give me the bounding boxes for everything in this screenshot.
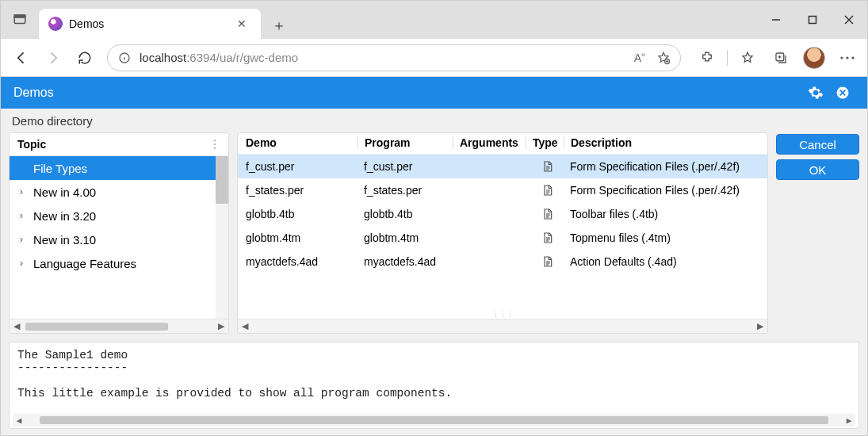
settings-icon[interactable] xyxy=(804,81,828,105)
topic-menu-icon[interactable]: ⋯ xyxy=(208,139,221,151)
col-header-demo[interactable]: Demo xyxy=(243,136,358,149)
app-title: Demos xyxy=(13,86,54,100)
svg-point-15 xyxy=(840,56,843,59)
table-row[interactable]: globtm.4tmglobtm.4tmTopmenu files (.4tm) xyxy=(238,226,767,250)
cell-description: Toolbar files (.4tb) xyxy=(564,208,763,220)
tab-close-button[interactable]: ✕ xyxy=(232,16,251,32)
ok-button[interactable]: OK xyxy=(776,159,859,180)
toolbar-separator xyxy=(727,50,728,66)
tree-item[interactable]: ›New in 3.20 xyxy=(10,204,216,228)
site-info-icon[interactable] xyxy=(117,52,132,64)
detail-pane: The Sample1 demo ---------------- This l… xyxy=(9,342,859,429)
table-row[interactable]: f_cust.perf_cust.perForm Specification F… xyxy=(238,155,767,178)
tab-title: Demos xyxy=(69,17,104,30)
window-titlebar: Demos ✕ ＋ xyxy=(1,1,867,39)
more-menu-icon[interactable] xyxy=(834,44,861,71)
app-header: Demos xyxy=(1,77,867,109)
chevron-right-icon[interactable]: › xyxy=(16,186,27,197)
forward-button[interactable] xyxy=(39,44,67,72)
cell-description: Form Specification Files (.per/.42f) xyxy=(564,160,763,173)
cell-program: globtm.4tm xyxy=(358,231,453,244)
collections-icon[interactable] xyxy=(767,44,794,71)
address-bar: localhost:6394/ua/r/gwc-demo A» xyxy=(1,39,867,77)
url-input[interactable]: localhost:6394/ua/r/gwc-demo A» xyxy=(107,44,681,71)
table-row[interactable]: f_states.perf_states.perForm Specificati… xyxy=(238,178,767,202)
svg-rect-1 xyxy=(14,15,25,17)
grid-body[interactable]: f_cust.perf_cust.perForm Specification F… xyxy=(238,155,767,312)
topic-hscroll[interactable]: ◀ ▶ xyxy=(10,319,228,333)
detail-line: The Sample1 demo xyxy=(17,349,851,361)
cell-demo: myactdefs.4ad xyxy=(243,255,358,268)
detail-line xyxy=(17,374,851,387)
cell-demo: globtm.4tm xyxy=(243,231,358,244)
topic-panel: Topic ⋯ File Types›New in 4.00›New in 3.… xyxy=(9,132,229,334)
refresh-button[interactable] xyxy=(71,44,99,72)
cell-demo: f_states.per xyxy=(243,184,358,197)
favorite-icon[interactable] xyxy=(656,51,671,65)
demo-grid-panel: Demo Program Arguments Type Description … xyxy=(237,132,768,334)
tree-item-label: Language Features xyxy=(33,257,136,270)
cell-type-icon xyxy=(526,231,564,244)
svg-point-16 xyxy=(846,56,848,59)
cell-program: f_states.per xyxy=(358,184,453,197)
chevron-right-icon[interactable]: › xyxy=(16,258,27,269)
page-subtitle: Demo directory xyxy=(1,109,867,132)
tree-item-label: File Types xyxy=(33,162,87,175)
tree-item-label: New in 4.00 xyxy=(33,185,96,199)
detail-line: This little example is provided to show … xyxy=(17,387,851,400)
table-row[interactable]: myactdefs.4admyactdefs.4adAction Default… xyxy=(238,250,767,273)
cell-program: globtb.4tb xyxy=(358,208,453,220)
new-tab-button[interactable]: ＋ xyxy=(266,12,293,39)
svg-rect-3 xyxy=(809,17,816,24)
table-row[interactable]: globtb.4tbglobtb.4tbToolbar files (.4tb) xyxy=(238,202,767,226)
chevron-right-icon[interactable]: › xyxy=(16,210,27,221)
tree-item[interactable]: ›New in 4.00 xyxy=(10,180,216,204)
tree-item[interactable]: File Types xyxy=(10,156,216,180)
grid-hscroll[interactable]: ◀ ▶ xyxy=(238,319,767,333)
window-minimize-button[interactable] xyxy=(758,4,794,36)
back-button[interactable] xyxy=(7,44,36,72)
app-close-icon[interactable] xyxy=(831,81,855,105)
topic-header: Topic xyxy=(17,138,46,151)
window-maximize-button[interactable] xyxy=(794,4,831,36)
tree-item[interactable]: ›New in 3.10 xyxy=(10,228,216,251)
col-header-arguments[interactable]: Arguments xyxy=(453,136,526,149)
cancel-button[interactable]: Cancel xyxy=(776,134,859,155)
tab-actions-icon[interactable] xyxy=(1,13,39,27)
grid-header-row: Demo Program Arguments Type Description xyxy=(238,133,767,155)
col-header-program[interactable]: Program xyxy=(358,136,453,149)
detail-line: ---------------- xyxy=(17,361,851,374)
cell-type-icon xyxy=(526,160,564,173)
col-header-description[interactable]: Description xyxy=(564,136,763,149)
cell-type-icon xyxy=(526,255,564,268)
svg-point-17 xyxy=(851,56,854,59)
cell-description: Topmenu files (.4tm) xyxy=(564,231,763,244)
cell-description: Form Specification Files (.per/.42f) xyxy=(564,184,763,197)
cell-description: Action Defaults (.4ad) xyxy=(564,255,763,268)
read-aloud-icon[interactable]: A» xyxy=(634,51,645,65)
favorites-icon[interactable] xyxy=(734,44,761,71)
browser-tab[interactable]: Demos ✕ xyxy=(39,9,261,39)
cell-program: f_cust.per xyxy=(358,160,453,173)
cell-type-icon xyxy=(526,184,564,197)
tree-item-label: New in 3.20 xyxy=(33,209,96,223)
profile-avatar[interactable] xyxy=(801,44,828,71)
chevron-right-icon[interactable]: › xyxy=(16,234,27,245)
url-text: localhost:6394/ua/r/gwc-demo xyxy=(140,51,626,64)
grid-resize-handle[interactable]: ⋮⋮⋮ xyxy=(238,312,767,319)
tab-favicon xyxy=(48,17,63,31)
cell-program: myactdefs.4ad xyxy=(358,255,453,268)
detail-hscroll[interactable]: ◀ ▶ xyxy=(13,414,855,426)
tree-item[interactable]: ›Language Features xyxy=(10,251,216,275)
topic-tree[interactable]: File Types›New in 4.00›New in 3.20›New i… xyxy=(10,156,228,319)
extensions-icon[interactable] xyxy=(694,44,721,71)
col-header-type[interactable]: Type xyxy=(526,136,564,149)
tree-item-label: New in 3.10 xyxy=(33,233,96,247)
cell-demo: globtb.4tb xyxy=(243,208,358,220)
cell-type-icon xyxy=(526,208,564,220)
window-close-button[interactable] xyxy=(831,4,867,36)
cell-demo: f_cust.per xyxy=(243,160,358,173)
